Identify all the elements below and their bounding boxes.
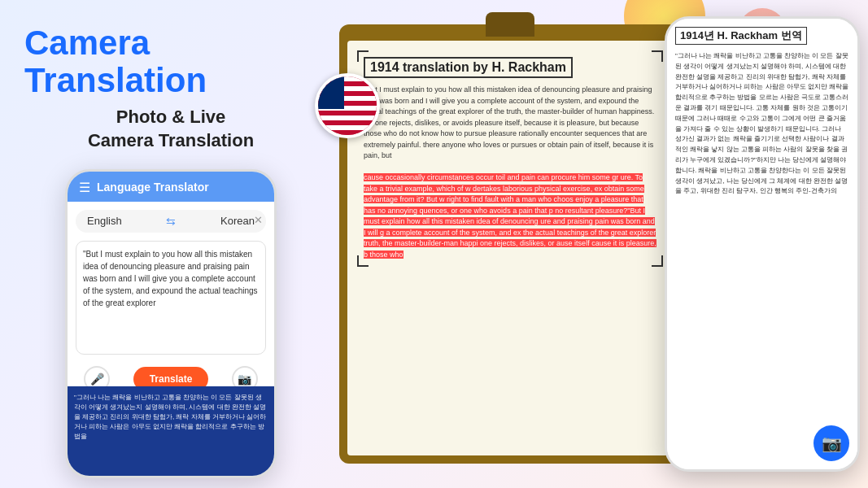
right-section: 1914 translation by H. Rackham "But I mu…	[315, 0, 868, 488]
phone-top-bar: ☰ Language Translator	[68, 172, 274, 202]
lang-from-label: English	[87, 215, 122, 227]
camera-icon-large: 📷	[822, 434, 842, 453]
camera-large-icon[interactable]: 📷	[813, 425, 849, 461]
close-button[interactable]: ✕	[254, 214, 263, 226]
korean-phone-mockup: 1914년 H. Rackham 번역 "그러나 나는 쾌락을 비난하고 고통을…	[665, 16, 860, 472]
document-text: "But I must explain to you how all this …	[364, 85, 656, 260]
phone-mockup: ☰ Language Translator English ⇆ Korean ✕…	[65, 169, 277, 478]
usa-flag	[315, 73, 380, 138]
lang-to-label: Korean	[220, 215, 255, 227]
swap-icon[interactable]: ⇆	[166, 215, 176, 228]
left-section: Camera Translation Photo & Live Camera T…	[0, 0, 342, 488]
usa-flag-stripes	[318, 76, 377, 135]
hamburger-icon: ☰	[79, 180, 90, 195]
korean-doc-text: "그러나 나는 쾌락을 비난하고 고통을 찬양하는 이 모든 잘못된 생각이 어…	[675, 51, 849, 393]
clipboard-clip	[486, 12, 534, 37]
usa-flag-canton	[318, 76, 344, 109]
document-title: 1914 translation by H. Rackham	[364, 57, 573, 78]
corner-tl	[357, 50, 369, 62]
document-highlight: cause occasionally circumstances occur t…	[364, 173, 656, 259]
language-selector[interactable]: English ⇆ Korean	[76, 210, 266, 233]
korean-phone-screen: 1914년 H. Rackham 번역 "그러나 나는 쾌락을 비난하고 고통을…	[667, 19, 857, 469]
corner-bl	[357, 255, 369, 267]
sub-title: Photo & Live Camera Translation	[24, 106, 317, 152]
corner-tr	[652, 50, 663, 62]
corner-br	[652, 255, 663, 267]
source-text-area[interactable]: "But I must explain to you how all this …	[76, 241, 266, 355]
main-title: Camera Translation	[24, 24, 317, 99]
phone-app-title: Language Translator	[97, 181, 209, 194]
translated-text-box: "그러나 나는 쾌락을 비난하고 고통을 찬양하는 이 모든 잘못된 생각이 어…	[68, 386, 274, 476]
document-paper: 1914 translation by H. Rackham "But I mu…	[347, 41, 673, 455]
korean-doc-title: 1914년 H. Rackham 번역	[675, 27, 807, 45]
clipboard-area: 1914 translation by H. Rackham "But I mu…	[339, 24, 681, 464]
phone-body: English ⇆ Korean ✕ "But I must explain t…	[68, 202, 274, 405]
